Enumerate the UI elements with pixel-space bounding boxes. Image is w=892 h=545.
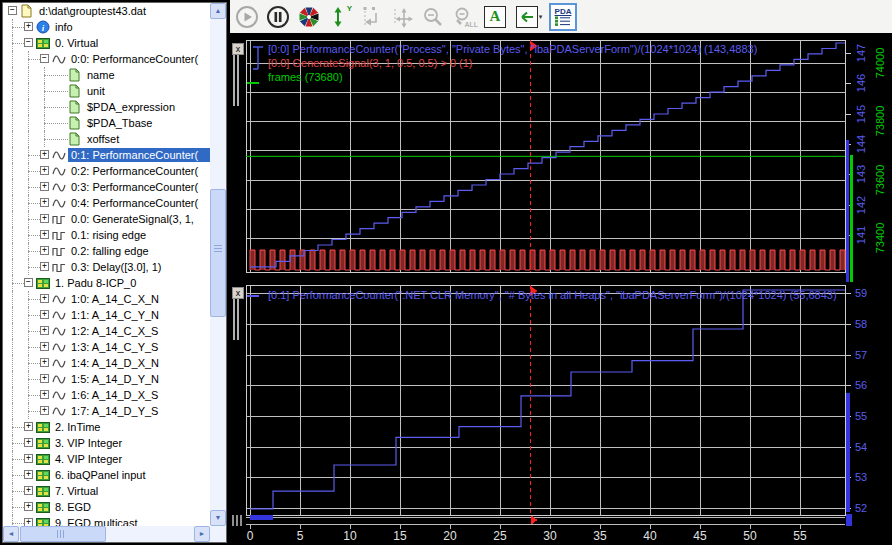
tree-item-label[interactable]: 0:2: PerformanceCounter( [68,164,210,178]
undo-zoom-button[interactable]: ▾ [512,3,546,31]
top-chart-legend[interactable]: [0:0] PerformanceCounter("Process", "Pri… [268,42,846,84]
tree-item-label[interactable]: 7. Virtual [52,484,210,498]
tree-item-label[interactable]: $PDA_expression [84,100,210,114]
tree-item[interactable]: $PDA_expression [3,99,210,115]
tree-item-label[interactable]: 1:7: A_14_D_Y_S [68,404,210,418]
expand-icon[interactable]: + [40,326,49,335]
expand-icon[interactable]: + [40,406,49,415]
tree-item[interactable]: name [3,67,210,83]
tree-item-label[interactable]: 0.0: GenerateSignal(3, 1, [68,212,210,226]
legend-row-private-bytes[interactable]: [0:0] PerformanceCounter("Process", "Pri… [268,42,846,56]
expand-icon[interactable]: + [40,374,49,383]
tree-item-label[interactable]: 0:3: PerformanceCounter( [68,180,210,194]
annotations-button[interactable]: A [481,3,509,31]
expand-icon[interactable]: + [40,166,49,175]
tree-item-label[interactable]: 0. Virtual [52,36,210,50]
tree-item[interactable]: +3. VIP Integer [3,435,210,451]
tree-item-label[interactable]: 0:0: PerformanceCounter( [68,52,210,66]
close-bottom-chart-button[interactable]: x [232,287,244,299]
close-top-chart-button[interactable]: x [232,43,244,55]
expand-icon[interactable]: + [24,438,33,447]
legend-row-generatesignal[interactable]: [0.0] GenerateSignal(3, 1, 0.5, 0.5) > 0… [268,56,846,70]
expand-icon[interactable]: + [40,246,49,255]
tree-item[interactable]: +7. Virtual [3,483,210,499]
tree-item[interactable]: +0.0: GenerateSignal(3, 1, [3,211,210,227]
tree-item[interactable]: +1:6: A_14_D_X_S [3,387,210,403]
tree-item-label[interactable]: 1:6: A_14_D_X_S [68,388,210,402]
scroll-up-button[interactable]: ▲ [210,3,226,19]
tree-item-label[interactable]: 3. VIP Integer [52,436,210,450]
expand-icon[interactable]: + [40,342,49,351]
tree-item[interactable]: unit [3,83,210,99]
expand-icon[interactable]: + [24,486,33,495]
cursor-strip-marker-icon[interactable] [531,515,538,525]
expand-icon[interactable]: + [40,294,49,303]
tree-item[interactable]: +0:1: PerformanceCounter( [3,147,210,163]
tree-item[interactable]: −0. Virtual [3,35,210,51]
tree-item[interactable]: +0:4: PerformanceCounter( [3,195,210,211]
expand-icon[interactable]: + [40,214,49,223]
pda-list-button[interactable]: PDA [549,3,577,31]
tree-item[interactable]: +4. VIP Integer [3,451,210,467]
tree-vertical-scrollbar[interactable]: ▲ ▼ [210,3,226,526]
expand-icon[interactable]: + [40,390,49,399]
tree-item-label[interactable]: 1:2: A_14_C_X_S [68,324,210,338]
tree-item[interactable]: +2. InTime [3,419,210,435]
expand-icon[interactable]: + [40,358,49,367]
tree-item-label[interactable]: 1:5: A_14_D_Y_N [68,372,210,386]
tree-item[interactable]: +1:4: A_14_D_X_N [3,355,210,371]
tree-item-label[interactable]: 2. InTime [52,420,210,434]
scroll-left-button[interactable]: ◄ [3,526,19,542]
tree-item-label[interactable]: 4. VIP Integer [52,452,210,466]
tree-item[interactable]: +iinfo [3,19,210,35]
tree-item[interactable]: +0.3: Delay([3.0], 1) [3,259,210,275]
tree-item[interactable]: −0:0: PerformanceCounter( [3,51,210,67]
scroll-right-button[interactable]: ► [194,526,210,542]
expand-icon[interactable]: + [24,470,33,479]
tree-item[interactable]: $PDA_Tbase [3,115,210,131]
tree-item[interactable]: +1:5: A_14_D_Y_N [3,371,210,387]
tree-item-label[interactable]: xoffset [84,132,210,146]
scroll-down-button[interactable]: ▼ [210,510,226,526]
tree-item-label[interactable]: unit [84,84,210,98]
tree-item[interactable]: −d:\dat\grouptest43.dat [3,3,210,19]
expand-icon[interactable]: + [40,262,49,271]
x-scroll-thumb[interactable] [250,515,273,520]
undo-zoom-dropdown-icon[interactable]: ▾ [539,13,543,21]
expand-icon[interactable]: + [40,150,49,159]
zoom-out-button[interactable] [419,3,447,31]
expand-icon[interactable]: + [24,502,33,511]
collapse-icon[interactable]: − [24,278,33,287]
tree-item[interactable]: +1:0: A_14_C_X_N [3,291,210,307]
tree-item[interactable]: +0.1: rising edge [3,227,210,243]
tree-item[interactable]: xoffset [3,131,210,147]
tree-item-label[interactable]: 0:1: PerformanceCounter( [68,148,210,162]
pan-button[interactable] [388,3,416,31]
tree-item-label[interactable]: 1:0: A_14_C_X_N [68,292,210,306]
legend-row-heaps[interactable]: [0:1] PerformanceCounter(".NET CLR Memor… [268,288,846,302]
tree-item[interactable]: +0:2: PerformanceCounter( [3,163,210,179]
play-button[interactable] [233,3,261,31]
tree-item-label[interactable]: d:\dat\grouptest43.dat [36,4,210,18]
tree-item-label[interactable]: 0:4: PerformanceCounter( [68,196,210,210]
tree-item[interactable]: +1:7: A_14_D_Y_S [3,403,210,419]
tree-item[interactable]: +0.2: falling edge [3,243,210,259]
tree-item-label[interactable]: 0.1: rising edge [68,228,210,242]
collapse-icon[interactable]: − [8,6,17,15]
tree-item-label[interactable]: 1:4: A_14_D_X_N [68,356,210,370]
vertical-scroll-thumb[interactable] [210,189,226,317]
tree-horizontal-scrollbar[interactable]: ◄ ► [3,526,210,542]
tree-item[interactable]: +8. EGD [3,499,210,515]
collapse-icon[interactable]: − [24,38,33,47]
pause-button[interactable] [264,3,292,31]
tree-item[interactable]: +9. EGD multicast [3,515,210,526]
tree-item-label[interactable]: 6. ibaQPanel input [52,468,210,482]
autoscale-y-button[interactable]: Y [326,3,354,31]
expand-icon[interactable]: + [40,198,49,207]
tree-item[interactable]: +1:2: A_14_C_X_S [3,323,210,339]
bottom-chart-legend[interactable]: [0:1] PerformanceCounter(".NET CLR Memor… [268,288,846,302]
arrange-signals-button[interactable] [295,3,323,31]
zoom-between-cursors-button[interactable] [357,3,385,31]
expand-icon[interactable]: + [24,22,33,31]
zoom-out-all-button[interactable]: ALL [450,3,478,31]
